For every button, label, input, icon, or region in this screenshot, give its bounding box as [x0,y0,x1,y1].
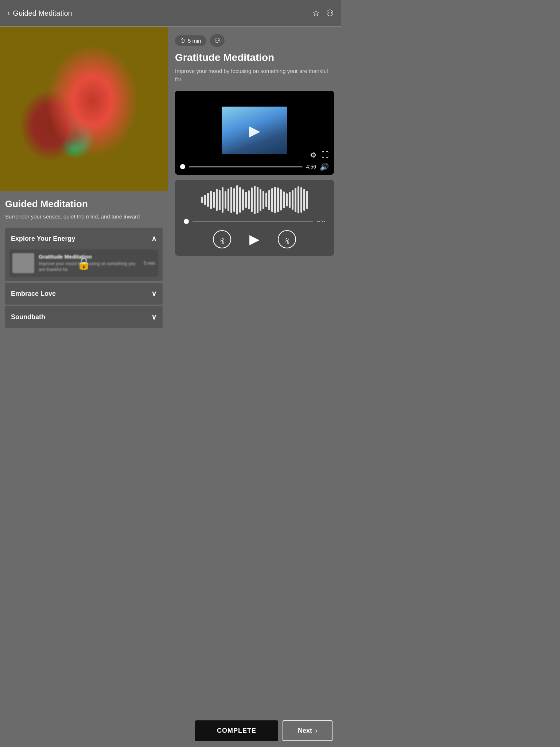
lock-icon: 🔒 [77,256,91,270]
audio-time-remaining: --:-- [317,218,325,224]
gear-icon[interactable]: ⚙ [310,151,316,159]
waveform-bar [239,187,241,213]
waveform-bar [300,187,302,213]
video-player[interactable]: ▶ 4:56 🔊 ⚙ ⛶ [175,91,334,175]
waveform-bar [204,195,206,205]
video-thumbnail: ▶ [222,107,287,154]
waveform-bar [210,191,212,209]
waveform-bar [201,197,203,203]
meta-row: ⏱ 5 min ⚇ [175,34,334,47]
accordion-embrace-icon: ∨ [151,289,157,298]
waveform-bar [265,193,267,207]
waveform-bar [213,192,215,208]
waveform-bar [277,187,279,212]
waveform-bar [242,189,244,210]
back-button[interactable]: ‹ [7,8,10,18]
header-title: Guided Meditation [13,9,72,18]
accordion-embrace-label: Embrace Love [11,290,56,298]
video-play-button[interactable]: ▶ [249,122,260,139]
waveform-bar [286,193,288,206]
accordion-embrace: Embrace Love ∨ [5,283,163,305]
header: ‹ Guided Meditation ☆ ⚇ [0,0,341,26]
accordion-embrace-header[interactable]: Embrace Love ∨ [5,283,163,305]
waveform-bar [207,193,209,207]
right-panel: ⏱ 5 min ⚇ Gratitude Meditation Improve y… [168,27,341,337]
audio-play-button[interactable]: ▶ [249,232,260,247]
accordion-explore-label: Explore Your Energy [11,235,75,243]
waveform-bar [303,189,305,211]
audio-waveform [184,187,325,213]
hero-image-inner [0,27,168,191]
waveform-bar [251,187,253,212]
accordion-soundbath-icon: ∨ [151,313,157,321]
meditation-duration: 5 min [144,260,155,266]
left-panel-subtitle: Surrender your senses, quiet the mind, a… [5,213,163,220]
skip-forward-label: 15 [285,241,289,245]
waveform-bar [216,189,218,211]
waveform-bar [260,189,261,211]
skip-forward-button[interactable]: ↻ 15 [278,230,296,248]
accordion-explore-header[interactable]: Explore Your Energy ∧ [5,228,163,249]
waveform-bar [274,187,276,213]
star-icon[interactable]: ☆ [312,8,320,18]
duration-text: 5 min [188,38,201,44]
waveform-bar [248,190,250,209]
link-icon[interactable]: ⚇ [326,8,334,18]
waveform-bar [295,188,296,212]
waveform-bar [306,191,308,209]
waveform-bar [233,188,235,212]
left-bottom: Guided Meditation Surrender your senses,… [0,191,168,337]
skip-back-label: 15 [220,241,224,245]
audio-controls: ↺ 15 ▶ ↻ 15 [184,230,325,248]
left-panel-title: Guided Meditation [5,198,163,210]
fullscreen-icon[interactable]: ⛶ [322,151,329,159]
waveform-bar [271,188,273,212]
accordion-soundbath-header[interactable]: Soundbath ∨ [5,306,163,328]
video-progress-bar[interactable] [189,166,303,167]
main-content: Guided Meditation Surrender your senses,… [0,27,341,337]
clock-icon: ⏱ [180,38,186,44]
skip-back-button[interactable]: ↺ 15 [213,230,231,248]
content-description: Improve your mood by focusing on somethi… [175,67,334,84]
content-link-badge[interactable]: ⚇ [210,34,225,47]
waveform-bar [257,187,258,213]
video-time: 4:56 [306,164,316,170]
content-title: Gratitude Meditation [175,52,334,63]
video-controls-row: 4:56 🔊 [180,162,329,171]
waveform-bar [280,189,282,210]
audio-progress-row: --:-- [184,218,325,224]
header-icons: ☆ ⚇ [312,8,334,18]
accordion-explore-icon: ∧ [151,234,157,243]
left-panel: Guided Meditation Surrender your senses,… [0,27,168,337]
waveform-bar [219,190,221,210]
waveform-bar [230,187,232,213]
accordion-soundbath: Soundbath ∨ [5,306,163,328]
accordion-soundbath-label: Soundbath [11,313,45,321]
waveform-bar [225,191,226,209]
waveform-bar [254,186,256,214]
waveform-bar [262,191,264,209]
accordion-explore-content: Gratitude Meditation Improve your mood b… [5,249,163,281]
waveform-bar [298,186,299,213]
video-extra-controls: ⚙ ⛶ [310,151,329,159]
waveform-bar [283,191,285,208]
audio-progress-bar[interactable] [192,221,313,222]
audio-player: --:-- ↺ 15 ▶ ↻ 15 [175,180,334,256]
audio-progress-dot [184,219,189,224]
meditation-row-wrapper: Gratitude Meditation Improve your mood b… [9,249,158,277]
waveform-bar [268,190,270,210]
meditation-thumbnail [12,253,34,273]
waveform-bar [228,189,229,211]
hero-image [0,27,168,191]
accordion-explore: Explore Your Energy ∧ Gratitude Meditati… [5,228,163,281]
waveform-bar [245,192,247,208]
waveform-bar [236,185,238,214]
volume-icon[interactable]: 🔊 [320,162,329,171]
duration-badge: ⏱ 5 min [175,35,206,46]
waveform-bar [289,192,291,208]
video-progress-dot [180,164,185,169]
waveform-bar [222,187,223,213]
waveform-bar [292,190,293,210]
header-left: ‹ Guided Meditation [7,8,72,18]
